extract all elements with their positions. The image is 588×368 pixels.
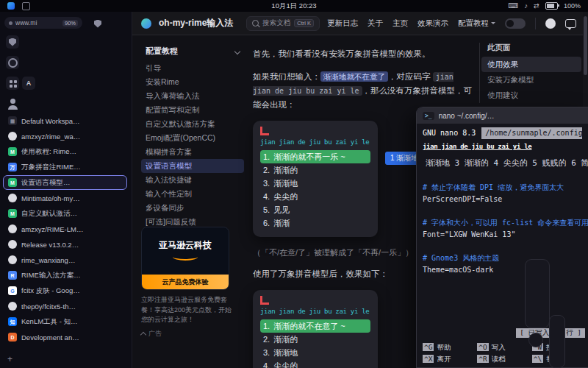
site-title[interactable]: oh-my-rime输入法 bbox=[159, 17, 233, 29]
browser-tab[interactable]: G fcitx 皮肤 - Goog… bbox=[3, 283, 127, 298]
tab-favicon bbox=[8, 132, 17, 141]
dock-widget[interactable] bbox=[549, 315, 565, 368]
tab-label: rime_wanxiang… bbox=[21, 256, 75, 264]
browser-tab[interactable]: M 设置语言模型… bbox=[3, 175, 127, 190]
tab-label: 万象拼音注RIME… bbox=[21, 163, 81, 172]
browser-tab[interactable]: R RIME输入法方案… bbox=[3, 268, 127, 283]
browser-tab[interactable]: rime_wanxiang… bbox=[3, 252, 127, 267]
terminal-body[interactable]: GNU nano 8.3 /home/sunmaple/.config/fc… … bbox=[417, 124, 588, 280]
search-box[interactable]: 搜索文档 Ctrl K bbox=[246, 16, 320, 31]
app-launcher-icon[interactable] bbox=[7, 2, 15, 10]
browser-tab[interactable]: D Development an… bbox=[3, 330, 127, 344]
browser-tab[interactable]: 万 万象拼音注RIME… bbox=[3, 160, 127, 174]
site-logo-icon[interactable] bbox=[141, 18, 151, 29]
nano-shortcut: ^O写入 bbox=[477, 343, 531, 353]
doc-sidebar-item[interactable]: 多设备同步 bbox=[141, 201, 244, 215]
browser-tab[interactable]: Release v13.0.2… bbox=[3, 237, 127, 252]
doc-sidebar-item[interactable]: 引导 bbox=[141, 61, 244, 75]
doc-sidebar-item[interactable]: 安装Rime bbox=[141, 75, 244, 89]
terminal-title: nano ~/.config/… bbox=[439, 112, 495, 120]
grid-apps-icon[interactable] bbox=[6, 77, 19, 90]
tab-favicon: M bbox=[8, 209, 17, 218]
system-top-bar: 10月1日 20:23 ⌨ ♪ ⇄ 100% bbox=[0, 0, 588, 12]
chat-icon[interactable] bbox=[565, 19, 576, 28]
nav-demo[interactable]: 效果演示 bbox=[417, 18, 448, 29]
divider bbox=[535, 18, 536, 29]
doc-sidebar-section[interactable]: 配置教程 bbox=[141, 46, 244, 57]
browser-tab[interactable]: M 使用教程: Rime… bbox=[3, 144, 127, 159]
terminal-line: # 字体和大小，可以用 fc-list 命令来查看可用字体 bbox=[423, 217, 582, 229]
ad-label[interactable]: 广告 bbox=[141, 329, 162, 339]
doc-sidebar-item[interactable]: 模糊拼音方案 bbox=[141, 145, 244, 159]
ad-text[interactable]: 立即注册亚马逊云服务免费套餐！享高达200美元点数，开始您的云计算之旅！ bbox=[141, 295, 234, 325]
shield-extension-icon[interactable] bbox=[91, 17, 104, 30]
tab-favicon bbox=[8, 194, 17, 202]
nav-home[interactable]: 主页 bbox=[392, 18, 408, 29]
profile-icon[interactable] bbox=[6, 97, 19, 110]
doc-sidebar-item[interactable]: Emoji配置(OpenCC) bbox=[141, 131, 244, 145]
doc-sidebar: 配置教程 引导 安装Rime 导入薄荷输入法 配置简写和定制 自定义默认激活方案… bbox=[141, 46, 244, 229]
browser-tab[interactable]: amzxyz/RIME-LM… bbox=[3, 222, 127, 236]
battery-icon[interactable] bbox=[545, 2, 558, 10]
shield-icon[interactable] bbox=[6, 35, 19, 49]
system-clock[interactable]: 10月1日 20:23 bbox=[0, 1, 588, 11]
nano-shortcut: ^R读档 bbox=[477, 355, 531, 364]
tab-favicon: 知 bbox=[8, 317, 17, 326]
url-bar[interactable]: www.mi 90% bbox=[4, 17, 82, 29]
ad-card[interactable]: 亚马逊云科技 云产品免费体验 bbox=[141, 227, 229, 290]
extension-icon[interactable] bbox=[6, 56, 19, 69]
chevron-down-icon bbox=[234, 48, 240, 54]
ime-candidate: 2.渐渐的 bbox=[260, 333, 370, 346]
tab-favicon: D bbox=[8, 333, 17, 342]
outline-item[interactable]: 安装万象模型 bbox=[481, 72, 581, 88]
tab-label: Development an… bbox=[21, 333, 79, 342]
battery-percent: 100% bbox=[564, 2, 581, 10]
outline-item[interactable]: 使用建议 bbox=[481, 88, 581, 103]
phone-mirror-widget[interactable] bbox=[525, 259, 550, 328]
zoom-badge[interactable]: 90% bbox=[62, 20, 78, 26]
tab-favicon: R bbox=[8, 271, 17, 280]
keyboard-icon[interactable]: ⌨ bbox=[509, 2, 519, 10]
ime-preedit: jian jian de jiu bu zai yi le bbox=[260, 308, 370, 315]
doc-sidebar-item[interactable]: 导入薄荷输入法 bbox=[141, 89, 244, 103]
github-icon[interactable] bbox=[545, 18, 556, 29]
nav-guide[interactable]: 配置教程 bbox=[458, 18, 495, 29]
paragraph: 首先，我们看看没有安装万象拼音模型的效果。 bbox=[253, 47, 473, 61]
doc-sidebar-item[interactable]: 输入个性定制 bbox=[141, 187, 244, 201]
tab-favicon: M bbox=[8, 147, 17, 156]
doc-sidebar-item[interactable]: 自定义默认激活方案 bbox=[141, 117, 244, 131]
ime-candidate: 4.尖尖的 bbox=[260, 359, 370, 368]
browser-tab[interactable]: thep0y/fcitx5-th… bbox=[3, 299, 127, 314]
doc-sidebar-item[interactable]: 设置语言模型 bbox=[141, 159, 244, 173]
workspace-avatar[interactable]: A bbox=[22, 77, 35, 90]
browser-tab[interactable]: 知 KenLM工具 - 知… bbox=[3, 314, 127, 329]
browser-tab[interactable]: amzxyz/rime_wa… bbox=[3, 129, 127, 144]
terminal-icon: >_ bbox=[423, 112, 434, 120]
network-icon[interactable]: ⇄ bbox=[534, 2, 539, 10]
nano-shortcut: ^G帮助 bbox=[423, 343, 477, 353]
terminal-line: # 禁止字体随着 DPI 缩放，避免界面太大 bbox=[423, 182, 582, 194]
volume-icon[interactable]: ♪ bbox=[524, 2, 528, 10]
terminal-titlebar[interactable]: >_ nano ~/.config/… bbox=[417, 107, 588, 124]
browser-tab[interactable]: Mintimate/oh-my… bbox=[3, 191, 127, 205]
new-tab-button[interactable]: + bbox=[7, 354, 12, 364]
ime-candidate: 5.见见 bbox=[260, 203, 370, 216]
tab-label: 设置语言模型… bbox=[21, 178, 71, 188]
ime-preedit: jian jian de jiu bu zai yi le bbox=[260, 138, 370, 146]
red-corner-mark bbox=[260, 296, 269, 305]
search-kbd: Ctrl K bbox=[294, 19, 314, 27]
scrollbar-thumb[interactable] bbox=[584, 16, 587, 75]
chevron-down-icon bbox=[491, 22, 495, 24]
dock-button[interactable] bbox=[528, 333, 543, 347]
doc-sidebar-item[interactable]: 输入法快捷键 bbox=[141, 173, 244, 187]
doc-sidebar-item[interactable]: 配置简写和定制 bbox=[141, 103, 244, 117]
browser-tab[interactable]: M 自定义默认激活… bbox=[3, 206, 127, 221]
tab-label: Default Workspa… bbox=[21, 117, 80, 125]
nav-changelog[interactable]: 更新日志 bbox=[327, 18, 358, 29]
workspace-grid-icon[interactable] bbox=[22, 2, 30, 10]
browser-tab[interactable]: ▦ Default Workspa… bbox=[3, 113, 127, 128]
theme-toggle[interactable] bbox=[505, 18, 526, 29]
nav-about[interactable]: 关于 bbox=[368, 18, 383, 29]
outline-item[interactable]: 使用效果 bbox=[481, 57, 581, 72]
terminal-line bbox=[423, 170, 582, 182]
